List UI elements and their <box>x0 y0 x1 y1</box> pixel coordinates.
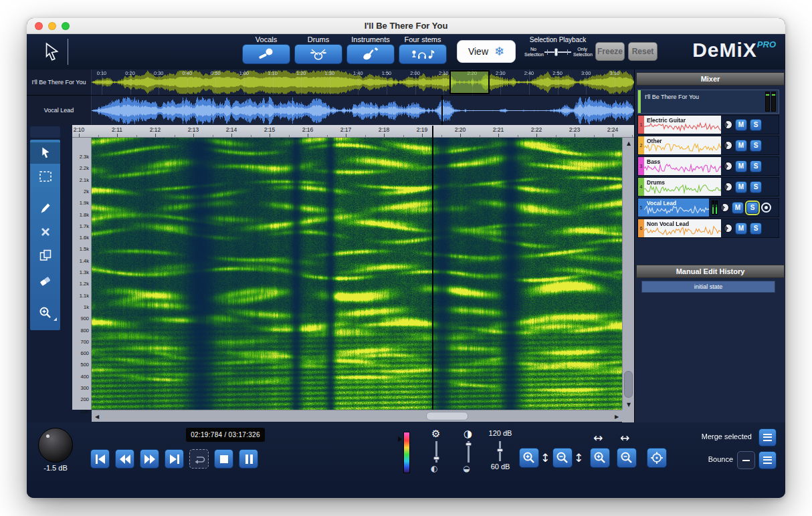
pause-button[interactable] <box>239 449 258 469</box>
zoom-in-horizontal-button[interactable] <box>590 448 610 468</box>
scroll-up-arrow[interactable]: ▲ <box>623 138 635 148</box>
freeze-button[interactable]: Freeze <box>595 42 625 61</box>
history-item-initial-state[interactable]: initial state <box>641 281 775 293</box>
freq-label: 2k <box>84 188 89 194</box>
track-color-stripe: 6 <box>638 219 644 237</box>
zoom-out-vertical-button[interactable] <box>552 448 573 468</box>
contrast-slider[interactable] <box>468 441 470 463</box>
freq-label: 2.2k <box>80 165 89 171</box>
contrast-handle[interactable] <box>466 442 472 446</box>
vertical-scrollbar[interactable]: ▲ ▼ <box>622 138 634 410</box>
pan-knob[interactable] <box>724 120 732 129</box>
gear-icon[interactable]: ⚙ <box>431 428 440 440</box>
skip-to-end-button[interactable] <box>165 449 184 469</box>
pan-knob[interactable] <box>720 203 729 212</box>
fit-selection-button[interactable] <box>647 448 667 468</box>
mixer-track-row-6[interactable]: 6 Non Vocal Lead M S <box>637 219 779 238</box>
master-track[interactable]: I'll Be There For You <box>637 90 779 114</box>
solo-button[interactable]: S <box>750 160 762 172</box>
view-region-selector[interactable] <box>449 70 490 94</box>
mute-button[interactable]: M <box>735 223 747 235</box>
vocals-button[interactable] <box>242 44 290 64</box>
pointer-tool[interactable] <box>30 142 60 164</box>
pan-knob[interactable] <box>724 162 732 170</box>
solo-button[interactable]: S <box>746 202 758 214</box>
zoom-out-horizontal-button[interactable] <box>617 448 637 468</box>
mute-button[interactable]: M <box>735 160 747 172</box>
mute-button[interactable]: M <box>735 119 747 131</box>
merge-selected-button[interactable] <box>758 428 777 446</box>
rewind-button[interactable] <box>115 449 134 469</box>
view-button[interactable]: View ❄ <box>457 40 516 63</box>
zoom-in-vertical-button[interactable] <box>519 448 539 468</box>
pen-tool[interactable] <box>30 197 60 219</box>
instruments-button[interactable] <box>346 44 395 64</box>
mixer-track-row-1[interactable]: 1 Electric Guitar M S <box>637 115 779 134</box>
selection-playback-handle[interactable] <box>554 48 558 56</box>
freq-label: 1.3k <box>80 269 89 275</box>
mixer-track-row-3[interactable]: 3 Bass M S <box>637 156 779 176</box>
brightness-slider[interactable] <box>435 441 437 463</box>
dynamic-range-slider[interactable] <box>499 441 501 461</box>
vocal-strip[interactable] <box>92 96 634 125</box>
ruler-tick-label: 2:15 <box>264 126 276 133</box>
bounce-minus-button[interactable] <box>737 451 755 469</box>
track-controls: M S <box>721 136 779 154</box>
mute-button[interactable]: M <box>735 181 747 193</box>
four-stems-button[interactable] <box>399 44 447 64</box>
zoom-tool[interactable] <box>30 302 60 324</box>
scroll-left-arrow[interactable]: ◀ <box>92 410 102 422</box>
vocal-waveform[interactable] <box>92 96 634 125</box>
mixer-track-row-5-selected[interactable]: 5 Vocal Lead M S <box>637 198 779 217</box>
mute-button[interactable]: M <box>735 140 747 152</box>
freq-label: 1k <box>84 303 89 309</box>
colormap-slider[interactable] <box>403 432 410 473</box>
spectrogram-canvas[interactable] <box>92 138 622 410</box>
stem-four-stems: Four stems <box>399 35 447 64</box>
pan-knob[interactable] <box>724 182 732 191</box>
contrast-icon[interactable]: ◑ <box>464 428 472 440</box>
loop-button[interactable] <box>189 449 209 469</box>
track-focus-icon[interactable] <box>761 203 771 213</box>
freq-label: 600 <box>80 350 89 356</box>
selection-playback-slider[interactable] <box>544 47 571 57</box>
horizontal-scroll-thumb[interactable] <box>426 412 468 420</box>
brand-logo: DeMiXPRO <box>692 39 776 61</box>
track-name: Other <box>647 138 662 144</box>
solo-button[interactable]: S <box>750 181 762 193</box>
view-label: View <box>468 46 488 57</box>
brand-name: DeMiX <box>692 39 757 61</box>
overview-tick-label: 0:10 <box>97 70 107 76</box>
time-ruler[interactable]: 2:102:112:122:132:142:152:162:172:182:19… <box>72 125 634 138</box>
overview-tick-label: 1:40 <box>353 70 363 76</box>
split-copy-tool[interactable] <box>30 245 60 266</box>
eraser-tool[interactable] <box>30 269 60 290</box>
solo-button[interactable]: S <box>750 140 762 152</box>
solo-button[interactable]: S <box>750 119 762 131</box>
reset-button[interactable]: Reset <box>628 42 657 61</box>
delete-tool[interactable] <box>30 221 60 243</box>
marquee-select-tool[interactable] <box>30 166 60 187</box>
colormap-marker <box>398 436 402 442</box>
overview-tick-label: 3:10 <box>609 70 619 76</box>
horizontal-scrollbar[interactable]: ◀ ▶ <box>92 410 622 422</box>
scroll-down-arrow[interactable]: ▼ <box>623 399 635 410</box>
freq-label: 1.8k <box>80 211 89 217</box>
solo-button[interactable]: S <box>750 223 762 235</box>
bounce-menu-button[interactable] <box>758 451 777 469</box>
scroll-right-arrow[interactable]: ▶ <box>611 410 622 422</box>
drums-button[interactable] <box>294 44 342 64</box>
stop-button[interactable] <box>214 449 233 469</box>
overview-strip[interactable]: 0:100:200:300:400:501:001:101:201:301:40… <box>92 70 634 95</box>
pan-knob[interactable] <box>724 141 732 150</box>
skip-to-start-button[interactable] <box>90 449 110 469</box>
mixer-track-row-2[interactable]: 2 Other M S <box>637 136 779 155</box>
dynamic-range-handle[interactable] <box>497 448 503 452</box>
mixer-track-row-4[interactable]: 4 Drums M S <box>637 177 779 197</box>
pan-knob[interactable] <box>724 224 732 233</box>
brightness-handle[interactable] <box>433 457 439 460</box>
mute-button[interactable]: M <box>732 202 744 214</box>
vertical-scroll-thumb[interactable] <box>624 371 633 398</box>
volume-knob[interactable] <box>38 428 73 463</box>
fast-forward-button[interactable] <box>140 449 159 469</box>
